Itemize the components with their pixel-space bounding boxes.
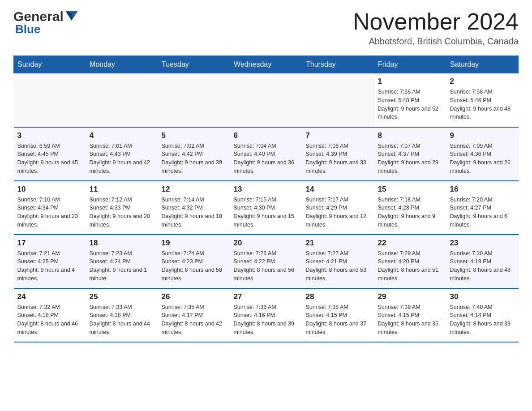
calendar-cell: 10Sunrise: 7:10 AMSunset: 4:34 PMDayligh…	[14, 181, 86, 235]
day-number: 18	[90, 239, 154, 248]
day-number: 23	[450, 239, 515, 248]
calendar-week-row: 3Sunrise: 6:59 AMSunset: 4:45 PMDaylight…	[14, 127, 519, 181]
calendar-cell: 19Sunrise: 7:24 AMSunset: 4:23 PMDayligh…	[158, 235, 230, 288]
calendar-cell	[302, 73, 374, 127]
calendar-cell: 29Sunrise: 7:39 AMSunset: 4:15 PMDayligh…	[374, 288, 446, 342]
day-info: Sunrise: 7:29 AMSunset: 4:20 PMDaylight:…	[378, 249, 443, 283]
day-info: Sunrise: 7:40 AMSunset: 4:14 PMDaylight:…	[450, 303, 515, 337]
day-number: 19	[162, 239, 227, 248]
logo: General Blue	[13, 9, 78, 36]
day-info: Sunrise: 7:24 AMSunset: 4:23 PMDaylight:…	[162, 249, 227, 283]
day-info: Sunrise: 7:26 AMSunset: 4:22 PMDaylight:…	[234, 249, 299, 283]
day-info: Sunrise: 7:02 AMSunset: 4:42 PMDaylight:…	[162, 142, 227, 176]
day-number: 16	[450, 185, 515, 194]
day-info: Sunrise: 7:15 AMSunset: 4:30 PMDaylight:…	[234, 196, 299, 229]
calendar-cell: 4Sunrise: 7:01 AMSunset: 4:43 PMDaylight…	[86, 127, 158, 181]
day-info: Sunrise: 7:06 AMSunset: 4:39 PMDaylight:…	[306, 142, 371, 176]
day-number: 9	[450, 131, 515, 140]
day-info: Sunrise: 7:36 AMSunset: 4:16 PMDaylight:…	[234, 303, 299, 337]
calendar-cell: 21Sunrise: 7:27 AMSunset: 4:21 PMDayligh…	[302, 235, 374, 288]
calendar-cell: 26Sunrise: 7:35 AMSunset: 4:17 PMDayligh…	[158, 288, 230, 342]
day-info: Sunrise: 7:21 AMSunset: 4:25 PMDaylight:…	[17, 249, 82, 283]
day-number: 14	[306, 185, 371, 194]
day-number: 29	[378, 292, 443, 301]
day-number: 13	[234, 185, 299, 194]
calendar-cell	[14, 73, 86, 127]
day-number: 15	[378, 185, 443, 194]
calendar-cell: 1Sunrise: 7:56 AMSunset: 5:48 PMDaylight…	[374, 73, 446, 127]
calendar-cell: 12Sunrise: 7:14 AMSunset: 4:32 PMDayligh…	[158, 181, 230, 235]
day-number: 2	[450, 77, 515, 86]
calendar-cell: 2Sunrise: 7:58 AMSunset: 5:46 PMDaylight…	[446, 73, 519, 127]
calendar-week-row: 24Sunrise: 7:32 AMSunset: 4:18 PMDayligh…	[14, 288, 519, 342]
day-info: Sunrise: 7:01 AMSunset: 4:43 PMDaylight:…	[90, 142, 154, 176]
day-info: Sunrise: 6:59 AMSunset: 4:45 PMDaylight:…	[17, 142, 82, 176]
calendar-cell: 20Sunrise: 7:26 AMSunset: 4:22 PMDayligh…	[230, 235, 302, 288]
day-info: Sunrise: 7:10 AMSunset: 4:34 PMDaylight:…	[17, 196, 82, 229]
day-number: 20	[234, 239, 299, 248]
day-info: Sunrise: 7:18 AMSunset: 4:28 PMDaylight:…	[378, 196, 443, 229]
day-info: Sunrise: 7:30 AMSunset: 4:19 PMDaylight:…	[450, 249, 515, 283]
day-number: 7	[306, 131, 371, 140]
calendar-header-row: SundayMondayTuesdayWednesdayThursdayFrid…	[14, 56, 519, 73]
day-info: Sunrise: 7:20 AMSunset: 4:27 PMDaylight:…	[450, 196, 515, 229]
calendar-cell: 6Sunrise: 7:04 AMSunset: 4:40 PMDaylight…	[230, 127, 302, 181]
day-of-week-header: Saturday	[446, 56, 519, 73]
title-block: November 2024 Abbotsford, British Columb…	[353, 9, 519, 47]
calendar-cell: 3Sunrise: 6:59 AMSunset: 4:45 PMDaylight…	[14, 127, 86, 181]
day-number: 25	[90, 292, 154, 301]
day-info: Sunrise: 7:17 AMSunset: 4:29 PMDaylight:…	[306, 196, 371, 229]
day-info: Sunrise: 7:14 AMSunset: 4:32 PMDaylight:…	[162, 196, 227, 229]
day-info: Sunrise: 7:38 AMSunset: 4:15 PMDaylight:…	[306, 303, 371, 337]
day-number: 1	[378, 77, 443, 86]
calendar-cell: 8Sunrise: 7:07 AMSunset: 4:37 PMDaylight…	[374, 127, 446, 181]
calendar-cell: 30Sunrise: 7:40 AMSunset: 4:14 PMDayligh…	[446, 288, 519, 342]
calendar-cell: 23Sunrise: 7:30 AMSunset: 4:19 PMDayligh…	[446, 235, 519, 288]
day-number: 26	[162, 292, 227, 301]
day-of-week-header: Friday	[374, 56, 446, 73]
day-of-week-header: Monday	[86, 56, 158, 73]
day-info: Sunrise: 7:35 AMSunset: 4:17 PMDaylight:…	[162, 303, 227, 337]
day-number: 11	[90, 185, 154, 194]
calendar-cell: 18Sunrise: 7:23 AMSunset: 4:24 PMDayligh…	[86, 235, 158, 288]
calendar-cell	[86, 73, 158, 127]
calendar-cell	[158, 73, 230, 127]
calendar-cell: 15Sunrise: 7:18 AMSunset: 4:28 PMDayligh…	[374, 181, 446, 235]
calendar-cell: 5Sunrise: 7:02 AMSunset: 4:42 PMDaylight…	[158, 127, 230, 181]
day-number: 24	[17, 292, 82, 301]
logo-blue-text: Blue	[15, 22, 40, 36]
day-number: 6	[234, 131, 299, 140]
calendar-cell: 27Sunrise: 7:36 AMSunset: 4:16 PMDayligh…	[230, 288, 302, 342]
day-number: 12	[162, 185, 227, 194]
day-of-week-header: Wednesday	[230, 56, 302, 73]
calendar-cell	[230, 73, 302, 127]
calendar-cell: 24Sunrise: 7:32 AMSunset: 4:18 PMDayligh…	[14, 288, 86, 342]
day-number: 4	[90, 131, 154, 140]
calendar-cell: 7Sunrise: 7:06 AMSunset: 4:39 PMDaylight…	[302, 127, 374, 181]
calendar-cell: 9Sunrise: 7:09 AMSunset: 4:36 PMDaylight…	[446, 127, 519, 181]
calendar-cell: 11Sunrise: 7:12 AMSunset: 4:33 PMDayligh…	[86, 181, 158, 235]
day-of-week-header: Thursday	[302, 56, 374, 73]
day-info: Sunrise: 7:32 AMSunset: 4:18 PMDaylight:…	[17, 303, 82, 337]
calendar-cell: 14Sunrise: 7:17 AMSunset: 4:29 PMDayligh…	[302, 181, 374, 235]
day-info: Sunrise: 7:56 AMSunset: 5:48 PMDaylight:…	[378, 88, 443, 121]
day-info: Sunrise: 7:33 AMSunset: 4:18 PMDaylight:…	[90, 303, 154, 337]
day-info: Sunrise: 7:07 AMSunset: 4:37 PMDaylight:…	[378, 142, 443, 176]
day-info: Sunrise: 7:27 AMSunset: 4:21 PMDaylight:…	[306, 249, 371, 283]
logo-arrow-icon	[65, 11, 78, 22]
calendar-week-row: 1Sunrise: 7:56 AMSunset: 5:48 PMDaylight…	[14, 73, 519, 127]
day-number: 5	[162, 131, 227, 140]
day-number: 17	[17, 239, 82, 248]
day-number: 21	[306, 239, 371, 248]
day-info: Sunrise: 7:23 AMSunset: 4:24 PMDaylight:…	[90, 249, 154, 283]
day-number: 27	[234, 292, 299, 301]
calendar-cell: 22Sunrise: 7:29 AMSunset: 4:20 PMDayligh…	[374, 235, 446, 288]
page-header: General Blue November 2024 Abbotsford, B…	[13, 9, 519, 47]
day-info: Sunrise: 7:58 AMSunset: 5:46 PMDaylight:…	[450, 88, 515, 121]
calendar-cell: 25Sunrise: 7:33 AMSunset: 4:18 PMDayligh…	[86, 288, 158, 342]
day-number: 30	[450, 292, 515, 301]
day-of-week-header: Sunday	[14, 56, 86, 73]
calendar-cell: 28Sunrise: 7:38 AMSunset: 4:15 PMDayligh…	[302, 288, 374, 342]
calendar-table: SundayMondayTuesdayWednesdayThursdayFrid…	[13, 56, 519, 342]
day-info: Sunrise: 7:04 AMSunset: 4:40 PMDaylight:…	[234, 142, 299, 176]
